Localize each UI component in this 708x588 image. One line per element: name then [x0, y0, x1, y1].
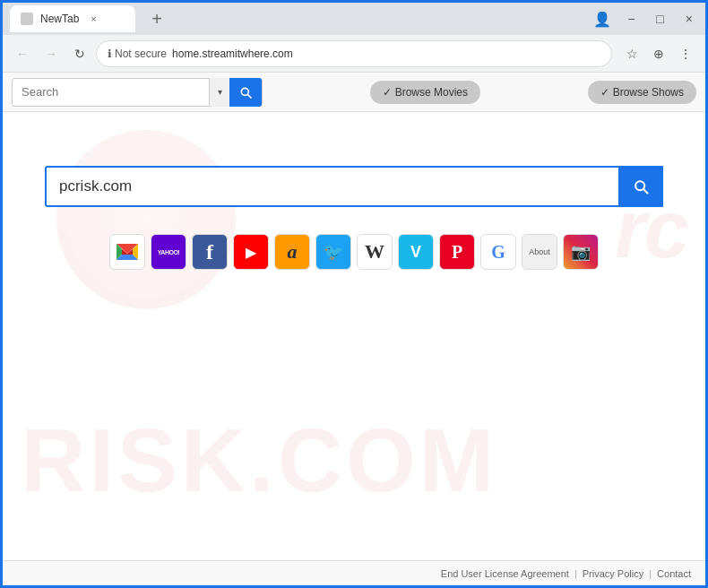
- main-content: rc RISK.COM YAHOO!: [3, 112, 705, 566]
- maximize-button[interactable]: □: [651, 10, 669, 28]
- main-search-input-wrapper: [45, 166, 663, 207]
- gmail-icon: [117, 244, 138, 260]
- minimize-button[interactable]: −: [622, 10, 640, 28]
- bookmark-twitter[interactable]: 🐦: [315, 234, 351, 270]
- tab-label: NewTab: [40, 13, 79, 25]
- bookmarks-bar: YAHOO! f ▶ a 🐦 W V P G About 📷: [109, 234, 599, 270]
- address-actions: ☆ ⊕ ⋮: [619, 41, 698, 66]
- bookmark-facebook[interactable]: f: [192, 234, 228, 270]
- toolbar: ▾ ✓ Browse Movies ✓ Browse Shows: [3, 73, 705, 112]
- forward-button[interactable]: →: [39, 41, 64, 66]
- privacy-link[interactable]: Privacy Policy: [583, 568, 643, 579]
- menu-button[interactable]: ⋮: [673, 41, 698, 66]
- main-search-icon: [632, 177, 650, 195]
- contact-link[interactable]: Contact: [657, 568, 691, 579]
- security-label: Not secure: [115, 48, 167, 60]
- main-search-button[interactable]: [618, 166, 663, 207]
- toolbar-search-button[interactable]: [229, 78, 262, 107]
- bookmark-star-button[interactable]: ☆: [619, 41, 644, 66]
- eula-link[interactable]: End User License Agreement: [441, 568, 569, 579]
- active-tab[interactable]: NewTab ×: [10, 5, 135, 32]
- watermark-circle: [56, 130, 236, 309]
- bookmark-instagram[interactable]: 📷: [563, 234, 599, 270]
- toolbar-search-wrapper: ▾: [12, 78, 263, 107]
- reload-button[interactable]: ↻: [67, 41, 92, 66]
- back-button[interactable]: ←: [10, 41, 35, 66]
- bookmark-vimeo[interactable]: V: [398, 234, 434, 270]
- browse-shows-button[interactable]: ✓ Browse Shows: [588, 81, 696, 104]
- footer: End User License Agreement | Privacy Pol…: [3, 560, 705, 585]
- main-search-input[interactable]: [47, 177, 618, 195]
- watermark-text-bottom: RISK.COM: [21, 409, 497, 512]
- bookmark-gmail[interactable]: [109, 234, 145, 270]
- toolbar-search-icon: [238, 85, 253, 99]
- address-input-wrapper[interactable]: ℹ Not secure home.streamitwhere.com: [96, 40, 612, 67]
- close-window-button[interactable]: ×: [680, 10, 698, 28]
- lock-icon: ℹ: [108, 48, 112, 60]
- address-text[interactable]: home.streamitwhere.com: [172, 48, 293, 60]
- security-indicator: ℹ Not secure: [108, 48, 167, 60]
- tab-close-button[interactable]: ×: [86, 12, 100, 26]
- bookmark-amazon[interactable]: a: [274, 234, 310, 270]
- title-bar: NewTab × + 👤 − □ ×: [3, 3, 705, 35]
- bookmark-yahoo[interactable]: YAHOO!: [151, 234, 186, 270]
- window-controls: 👤 − □ ×: [593, 10, 698, 28]
- main-search-area: [45, 166, 663, 207]
- new-tab-button[interactable]: +: [144, 6, 169, 31]
- bookmark-about[interactable]: About: [522, 234, 557, 270]
- toolbar-search-dropdown[interactable]: ▾: [209, 78, 230, 107]
- bookmark-pinterest[interactable]: P: [439, 234, 475, 270]
- browse-movies-button[interactable]: ✓ Browse Movies: [370, 81, 480, 104]
- tab-favicon: [21, 13, 33, 25]
- footer-divider-2: |: [649, 568, 652, 579]
- footer-divider-1: |: [574, 568, 577, 579]
- bookmark-youtube[interactable]: ▶: [233, 234, 269, 270]
- address-bar: ← → ↻ ℹ Not secure home.streamitwhere.co…: [3, 35, 705, 73]
- toolbar-search-input[interactable]: [13, 85, 209, 99]
- bookmark-wikipedia[interactable]: W: [357, 234, 393, 270]
- user-icon[interactable]: 👤: [593, 11, 611, 28]
- globe-button[interactable]: ⊕: [646, 41, 671, 66]
- bookmark-google[interactable]: G: [480, 234, 516, 270]
